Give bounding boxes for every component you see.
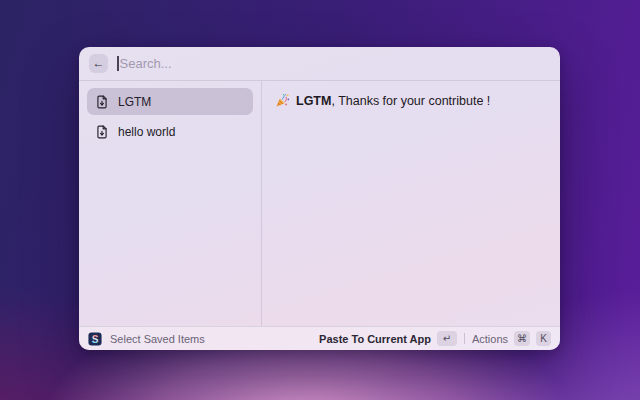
footer-divider [464, 333, 465, 344]
preview-line: LGTM, Thanks for your contribute ! [275, 93, 547, 108]
launcher-window: ← Search... LGTM [79, 47, 560, 350]
preview-pane: LGTM, Thanks for your contribute ! [262, 81, 560, 326]
s-app-icon: S [88, 332, 102, 346]
action-bar-right: Paste To Current App ↵ Actions ⌘ K [319, 331, 551, 346]
back-button[interactable]: ← [89, 54, 108, 73]
command-key-icon: ⌘ [514, 331, 530, 346]
action-bar: S Select Saved Items Paste To Current Ap… [79, 326, 560, 350]
k-key-icon: K [536, 331, 551, 346]
app-name-label: Select Saved Items [110, 333, 205, 345]
list-item-label: hello world [118, 125, 175, 139]
text-caret [117, 56, 119, 71]
file-down-icon [95, 95, 109, 109]
desktop-background: ← Search... LGTM [0, 0, 640, 400]
saved-items-list: LGTM hello world [79, 81, 262, 326]
paste-to-current-app-button[interactable]: Paste To Current App ↵ [319, 331, 457, 346]
actions-button[interactable]: Actions ⌘ K [472, 331, 551, 346]
search-placeholder: Search... [120, 56, 172, 71]
back-arrow-icon: ← [93, 54, 105, 73]
action-bar-left: S Select Saved Items [88, 332, 311, 346]
list-item-label: LGTM [118, 95, 151, 109]
window-body: LGTM hello world [79, 81, 560, 326]
paste-action-label: Paste To Current App [319, 333, 431, 345]
party-popper-emoji [275, 93, 290, 108]
preview-text: LGTM, Thanks for your contribute ! [296, 94, 490, 108]
list-item-lgtm[interactable]: LGTM [87, 88, 253, 115]
svg-text:S: S [92, 333, 99, 344]
file-down-icon [95, 125, 109, 139]
return-key-icon: ↵ [437, 331, 457, 346]
actions-label: Actions [472, 333, 508, 345]
list-item-hello-world[interactable]: hello world [87, 118, 253, 145]
search-input[interactable]: Search... [117, 47, 550, 80]
preview-title: LGTM [296, 94, 331, 108]
preview-body: , Thanks for your contribute ! [331, 94, 490, 108]
search-header: ← Search... [79, 47, 560, 81]
